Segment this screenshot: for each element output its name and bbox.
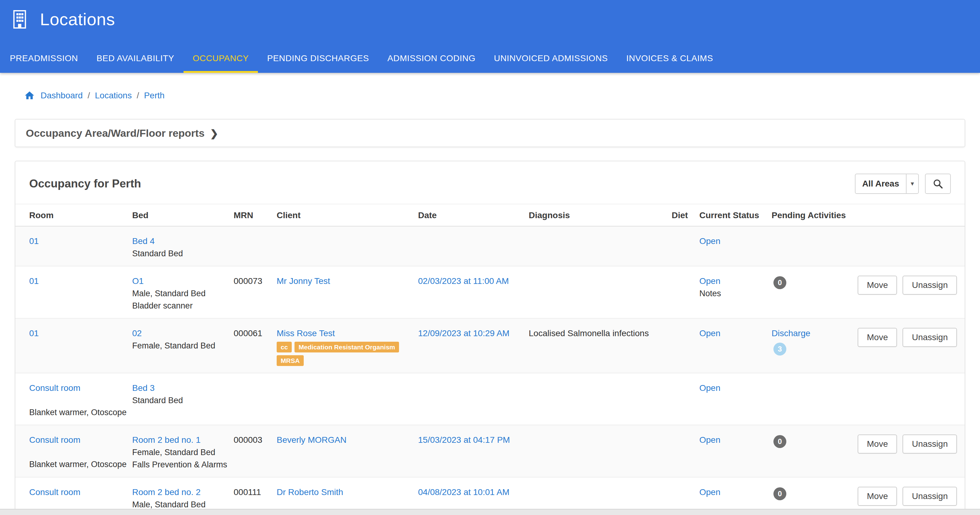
search-button[interactable]	[925, 173, 951, 194]
bed-link[interactable]: Bed 4	[132, 236, 154, 247]
status-open-link[interactable]: Open	[699, 236, 721, 247]
tab-preadmission[interactable]: PREADMISSION	[10, 53, 87, 73]
bed-link[interactable]: 02	[132, 328, 142, 339]
tab-pending-discharges[interactable]: PENDING DISCHARGES	[258, 53, 378, 73]
status-open-link[interactable]: Open	[699, 276, 721, 287]
mrn-cell: 000073	[234, 266, 277, 318]
diagnosis-cell	[529, 226, 672, 266]
col-diagnosis: Diagnosis	[529, 204, 672, 226]
bed-link[interactable]: O1	[132, 276, 143, 287]
client-link[interactable]: Miss Rose Test	[277, 328, 335, 339]
breadcrumb-perth[interactable]: Perth	[144, 91, 164, 100]
unassign-button[interactable]: Unassign	[902, 276, 957, 295]
pending-cell	[772, 374, 858, 424]
breadcrumb-separator: /	[88, 91, 90, 100]
unassign-button[interactable]: Unassign	[902, 328, 957, 347]
room-link[interactable]: Consult room	[29, 383, 81, 394]
table-row: Consult room Blanket warmer, Otoscope Ro…	[15, 425, 965, 477]
diet-cell	[672, 425, 699, 477]
client-cell	[277, 374, 418, 424]
diagnosis-cell: Localised Salmonella infections	[529, 319, 672, 373]
pending-count-badge: 0	[773, 435, 786, 448]
unassign-button[interactable]: Unassign	[902, 487, 957, 506]
date-cell: 15/03/2023 at 04:17 PM	[418, 425, 529, 477]
move-button[interactable]: Move	[858, 328, 897, 347]
breadcrumb-separator: /	[137, 91, 139, 100]
admission-date-link[interactable]: 02/03/2023 at 11:00 AM	[418, 276, 509, 287]
room-link[interactable]: 01	[29, 276, 39, 287]
tab-bed-availability[interactable]: BED AVAILABILITY	[87, 53, 183, 73]
occupancy-panel: Occupancy for Perth All Areas ▼ Room Bed…	[15, 161, 965, 515]
building-icon	[10, 10, 30, 29]
bed-detail: Bladder scanner	[132, 300, 228, 311]
client-cell: Beverly MORGAN	[277, 425, 418, 477]
room-link[interactable]: Consult room	[29, 434, 81, 445]
status-cell: Open Notes	[699, 266, 772, 318]
bed-detail: Female, Standard Bed	[132, 340, 228, 351]
tab-occupancy[interactable]: OCCUPANCY	[183, 53, 258, 73]
table-row: 01 02 Female, Standard Bed 000061 Miss R…	[15, 319, 965, 374]
home-icon[interactable]	[24, 90, 35, 101]
status-open-link[interactable]: Open	[699, 328, 721, 339]
pending-count-badge: 3	[773, 343, 786, 356]
horizontal-scrollbar-track[interactable]	[0, 509, 980, 515]
move-button[interactable]: Move	[858, 276, 897, 295]
admission-date-link[interactable]: 15/03/2023 at 04:17 PM	[418, 434, 510, 445]
bed-cell: Bed 4 Standard Bed	[132, 226, 234, 266]
pending-cell: 0	[772, 266, 858, 318]
tab-uninvoiced-admissions[interactable]: UNINVOICED ADMISSIONS	[485, 53, 617, 73]
room-cell: 01	[29, 266, 132, 318]
client-link[interactable]: Mr Jonny Test	[277, 276, 330, 287]
breadcrumb-dashboard[interactable]: Dashboard	[41, 91, 83, 100]
mrn-cell	[234, 374, 277, 424]
room-link[interactable]: 01	[29, 328, 39, 339]
pending-count-badge: 0	[773, 487, 786, 500]
discharge-link[interactable]: Discharge	[772, 328, 810, 339]
bed-detail: Standard Bed	[132, 395, 228, 406]
reports-panel-title: Occupancy Area/Ward/Floor reports	[26, 127, 204, 139]
page-title: Locations	[40, 9, 115, 29]
room-link[interactable]: 01	[29, 236, 39, 247]
bed-link[interactable]: Bed 3	[132, 383, 154, 394]
mrn-cell	[234, 226, 277, 266]
client-link[interactable]: Dr Roberto Smith	[277, 487, 343, 498]
search-icon	[932, 178, 943, 189]
occupancy-controls: All Areas ▼	[855, 173, 951, 194]
client-link[interactable]: Beverly MORGAN	[277, 434, 347, 445]
move-button[interactable]: Move	[858, 487, 897, 506]
tab-admission-coding[interactable]: ADMISSION CODING	[378, 53, 485, 73]
unassign-button[interactable]: Unassign	[902, 434, 957, 453]
chevron-right-icon: ❯	[210, 127, 218, 139]
area-filter-select[interactable]: All Areas ▼	[855, 173, 919, 194]
reports-panel-header[interactable]: Occupancy Area/Ward/Floor reports ❯	[15, 119, 965, 147]
breadcrumb-locations[interactable]: Locations	[95, 91, 132, 100]
move-button[interactable]: Move	[858, 434, 897, 453]
status-open-link[interactable]: Open	[699, 434, 721, 445]
col-diet: Diet	[672, 204, 699, 226]
diagnosis-cell	[529, 266, 672, 318]
bed-link[interactable]: Room 2 bed no. 2	[132, 487, 201, 498]
col-actions	[858, 204, 951, 226]
bed-link[interactable]: Room 2 bed no. 1	[132, 434, 201, 445]
brand-row: Locations	[0, 0, 980, 29]
bed-cell: Bed 3 Standard Bed	[132, 374, 234, 424]
occupancy-title: Occupancy for Perth	[29, 177, 141, 190]
bed-detail: Standard Bed	[132, 248, 228, 259]
tab-invoices-claims[interactable]: INVOICES & CLAIMS	[617, 53, 722, 73]
client-cell: Miss Rose Test cc Medication Resistant O…	[277, 319, 418, 373]
bed-cell: O1 Male, Standard Bed Bladder scanner	[132, 266, 234, 318]
admission-date-link[interactable]: 04/08/2023 at 10:01 AM	[418, 487, 509, 498]
client-alert-tags: cc Medication Resistant Organism MRSA	[277, 342, 412, 366]
room-link[interactable]: Consult room	[29, 487, 81, 498]
status-open-link[interactable]: Open	[699, 383, 721, 394]
status-note: Notes	[699, 288, 766, 299]
bed-detail: Falls Prevention & Alarms	[132, 459, 228, 470]
table-row: 01 O1 Male, Standard Bed Bladder scanner…	[15, 266, 965, 319]
diet-cell	[672, 266, 699, 318]
status-cell: Open	[699, 374, 772, 424]
room-cell: Consult room Blanket warmer, Otoscope	[29, 425, 132, 477]
bed-cell: 02 Female, Standard Bed	[132, 319, 234, 373]
status-open-link[interactable]: Open	[699, 487, 721, 498]
col-room: Room	[29, 204, 132, 226]
admission-date-link[interactable]: 12/09/2023 at 10:29 AM	[418, 328, 509, 339]
